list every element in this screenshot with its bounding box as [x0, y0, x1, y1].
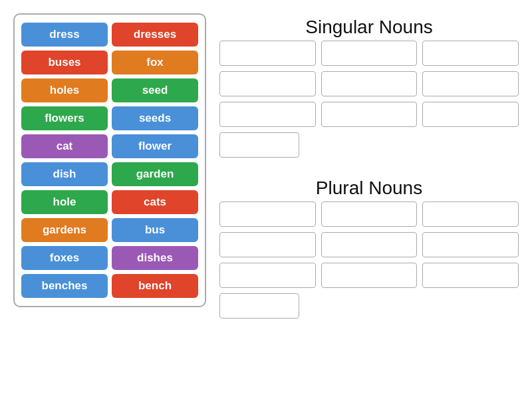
word-btn-foxes[interactable]: foxes	[21, 246, 108, 270]
word-btn-benches[interactable]: benches	[21, 274, 108, 298]
drop-box[interactable]	[422, 232, 519, 257]
word-btn-dish[interactable]: dish	[21, 162, 108, 186]
drop-box[interactable]	[219, 263, 316, 288]
word-btn-buses[interactable]: buses	[21, 51, 108, 74]
plural-drop-grid	[219, 201, 519, 288]
word-btn-fox[interactable]: fox	[112, 51, 198, 74]
word-btn-gardens[interactable]: gardens	[21, 218, 108, 242]
singular-nouns-title: Singular Nouns	[219, 17, 519, 38]
drop-box[interactable]	[422, 71, 519, 96]
word-btn-cat[interactable]: cat	[21, 134, 108, 158]
word-btn-dress[interactable]: dress	[21, 23, 108, 47]
drop-box[interactable]	[219, 232, 316, 257]
singular-drop-grid	[219, 41, 519, 127]
drop-box[interactable]	[422, 102, 519, 127]
word-btn-flower[interactable]: flower	[112, 134, 198, 158]
drop-box[interactable]	[422, 263, 519, 288]
drop-box[interactable]	[219, 71, 316, 96]
word-btn-flowers[interactable]: flowers	[21, 106, 108, 130]
plural-nouns-title: Plural Nouns	[219, 178, 519, 199]
word-btn-seeds[interactable]: seeds	[112, 106, 198, 130]
word-btn-garden[interactable]: garden	[112, 162, 198, 186]
drop-box[interactable]	[321, 232, 418, 257]
word-btn-hole[interactable]: hole	[21, 190, 108, 214]
singular-nouns-section: Singular Nouns	[219, 17, 519, 158]
right-panel: Singular Nouns Plural Nouns	[219, 13, 519, 319]
word-btn-dishes[interactable]: dishes	[112, 246, 198, 270]
word-btn-holes[interactable]: holes	[21, 78, 108, 102]
drop-box[interactable]	[422, 41, 519, 66]
word-btn-dresses[interactable]: dresses	[112, 23, 198, 47]
drop-box[interactable]	[321, 71, 418, 96]
drop-box[interactable]	[422, 201, 519, 227]
drop-box[interactable]	[219, 201, 316, 227]
drop-box[interactable]	[321, 201, 418, 227]
word-btn-bench[interactable]: bench	[112, 274, 198, 298]
drop-box[interactable]	[219, 102, 316, 127]
word-bank: dressdressesbusesfoxholesseedflowersseed…	[13, 13, 206, 307]
drop-box[interactable]	[321, 102, 418, 127]
plural-nouns-section: Plural Nouns	[219, 178, 519, 319]
drop-box[interactable]	[321, 263, 418, 288]
drop-box[interactable]	[321, 41, 418, 66]
word-btn-seed[interactable]: seed	[112, 78, 198, 102]
drop-box-singular-extra[interactable]	[219, 132, 299, 158]
drop-box[interactable]	[219, 41, 316, 66]
word-btn-bus[interactable]: bus	[112, 218, 198, 242]
drop-box-plural-extra[interactable]	[219, 293, 299, 319]
word-btn-cats[interactable]: cats	[112, 190, 198, 214]
